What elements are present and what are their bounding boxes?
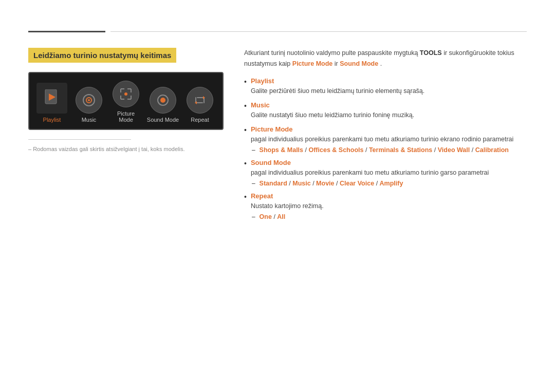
bullet-title-picture-mode: Picture Mode [251,125,527,133]
offices-schools-link: Offices & Schools [308,146,363,154]
bullet-desc-playlist: Galite peržiūrėti šiuo metu leidžiamų tu… [251,87,424,95]
sub-text-picture-modes: Shops & Malls / Offices & Schools / Term… [260,146,509,154]
music-icon [82,94,96,107]
shops-malls-link: Shops & Malls [260,146,303,154]
left-col: Leidžiamo turinio nustatymų keitimas Pla… [28,48,224,152]
clear-voice-link: Clear Voice [340,180,374,187]
bullet-dot-picture-mode: • [244,126,247,134]
bullet-dot-playlist: • [244,78,247,86]
bullet-list: • Playlist Galite peržiūrėti šiuo metu l… [244,77,527,220]
bullet-dot-music: • [244,102,247,110]
repeat-label: Repeat [191,117,209,123]
divider-line [28,139,131,140]
bullet-content-playlist: Playlist Galite peržiūrėti šiuo metu lei… [251,77,527,96]
picture-mode-icon [119,87,133,101]
bullet-item-music: • Music Galite nustatyti šiuo metu leidž… [244,101,527,120]
sub-text-repeat-modes: One / All [260,213,286,220]
top-lines [28,31,527,32]
sep-s3: / [336,180,340,187]
right-col: Atkuriant turinį nuotolinio valdymo pult… [244,48,527,226]
media-item-playlist: Playlist [35,83,68,123]
terminals-stations-link: Terminals & Stations [369,146,432,154]
bullet-item-sound-mode: • Sound Mode pagal individualius poreiki… [244,159,527,187]
top-line-light [110,31,527,32]
bullet-title-playlist: Playlist [251,77,527,85]
sep-2: / [365,146,369,154]
sound-mode-icon [156,94,170,107]
playlist-box [36,83,67,114]
playlist-label: Playlist [43,117,61,123]
content-layout: Leidžiamo turinio nustatymų keitimas Pla… [28,48,527,226]
dash-repeat-modes: – [252,213,255,220]
all-link: All [277,213,285,220]
media-player: Playlist Music [28,72,224,130]
picture-mode-link: Picture Mode [292,60,333,67]
sound-mode-icon-circle [150,87,176,114]
sub-item-repeat-modes: – One / All [252,213,527,220]
bullet-dot-repeat: • [244,193,247,201]
repeat-icon [193,94,207,107]
standard-link: Standard [260,180,287,187]
svg-point-13 [124,92,127,96]
sep-3: / [434,146,438,154]
bullet-desc-picture-mode: pagal individualius poreikius parenkami … [251,136,513,143]
sub-item-picture-modes: – Shops & Malls / Offices & Schools / Te… [252,146,527,154]
bullet-content-picture-mode: Picture Mode pagal individualius poreiki… [251,125,527,154]
intro-text: Atkuriant turinį nuotolinio valdymo pult… [244,48,527,70]
amplify-link: Amplify [380,180,403,187]
sub-text-sound-modes: Standard / Music / Movie / Clear Voice /… [260,180,403,187]
bullet-content-music: Music Galite nustatyti šiuo metu leidžia… [251,101,527,120]
bullet-desc-music: Galite nustatyti šiuo metu leidžiamo tur… [251,111,414,119]
svg-point-15 [160,98,165,103]
video-wall-link: Video Wall [438,146,470,154]
media-item-picture-mode: Picture Mode [109,81,142,123]
top-line-dark [28,31,105,32]
bullet-title-repeat: Repeat [251,192,527,200]
bullet-dot-sound-mode: • [244,159,247,167]
media-item-repeat: Repeat [183,87,216,123]
movie-link: Movie [316,180,334,187]
tools-bold: TOOLS [420,49,442,57]
one-link: One [260,213,272,220]
repeat-icon-circle [187,87,213,114]
bullet-content-repeat: Repeat Nustato kartojimo režimą. – One /… [251,192,527,220]
bullet-item-playlist: • Playlist Galite peržiūrėti šiuo metu l… [244,77,527,96]
picture-mode-label: Picture Mode [109,110,142,123]
sound-mode-link: Sound Mode [340,60,378,67]
bullet-desc-repeat: Nustato kartojimo režimą. [251,202,324,210]
page-container: Leidžiamo turinio nustatymų keitimas Pla… [0,0,555,246]
playlist-doc-icon [44,89,60,107]
music-label: Music [82,117,97,123]
calibration-link: Calibration [475,146,509,154]
picture-mode-icon-circle [113,81,139,107]
bullet-title-sound-mode: Sound Mode [251,159,527,166]
footnote: – Rodomas vaizdas gali skirtis atsižvelg… [28,146,224,152]
intro-text-4: . [380,60,382,67]
bullet-title-music: Music [251,101,527,109]
music-sound-link: Music [292,180,310,187]
intro-text-3: ir [335,60,340,67]
svg-point-4 [88,99,90,101]
media-item-sound-mode: Sound Mode [146,87,179,123]
bullet-item-picture-mode: • Picture Mode pagal individualius porei… [244,125,527,154]
sub-item-sound-modes: – Standard / Music / Movie / Clear Voice… [252,180,527,187]
dash-picture-modes: – [252,146,255,154]
sep-s4: / [376,180,380,187]
bullet-desc-sound-mode: pagal individualius poreikius parenkami … [251,169,489,176]
dash-sound-modes: – [252,180,255,187]
media-item-music: Music [72,87,105,123]
section-title: Leidžiamo turinio nustatymų keitimas [28,48,176,63]
intro-text-1: Atkuriant turinį nuotolinio valdymo pult… [244,49,420,57]
sound-mode-label: Sound Mode [147,117,179,123]
sep-4: / [472,146,475,154]
bullet-content-sound-mode: Sound Mode pagal individualius poreikius… [251,159,527,187]
bullet-item-repeat: • Repeat Nustato kartojimo režimą. – One… [244,192,527,220]
music-icon-circle [76,87,102,114]
